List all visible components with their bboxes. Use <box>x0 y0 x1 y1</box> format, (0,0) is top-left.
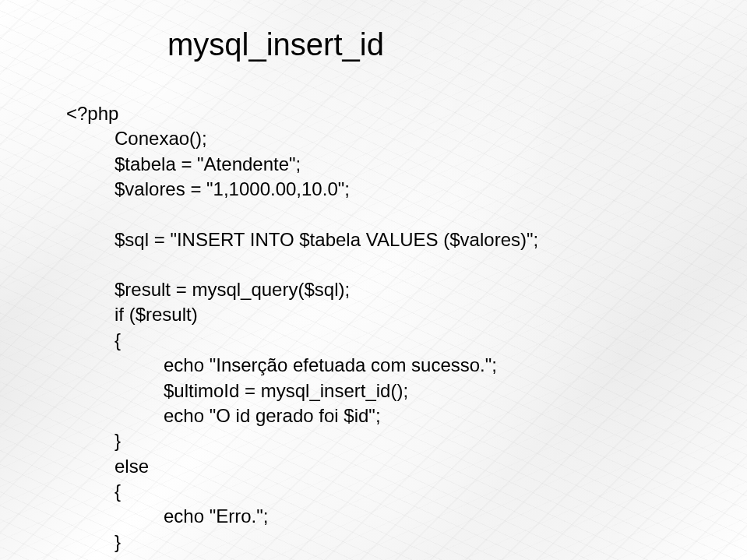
code-line: { <box>115 479 708 504</box>
code-line: if ($result) <box>115 302 708 327</box>
code-block: <?php Conexao(); $tabela = "Atendente"; … <box>66 101 708 560</box>
code-line: echo "Inserção efetuada com sucesso."; <box>164 353 708 378</box>
code-line: $sql = "INSERT INTO $tabela VALUES ($val… <box>115 227 708 252</box>
code-line: echo "Erro."; <box>164 504 708 529</box>
code-line: $valores = "1,1000.00,10.0"; <box>115 177 708 202</box>
code-line: <?php <box>66 101 708 126</box>
code-line: ?> <box>66 555 708 560</box>
code-line: } <box>115 428 708 453</box>
code-line: $result = mysql_query($sql); <box>115 277 708 302</box>
code-line: } <box>115 530 708 555</box>
code-line: else <box>115 454 708 479</box>
code-line: $tabela = "Atendente"; <box>115 152 708 177</box>
code-line: $ultimoId = mysql_insert_id(); <box>164 379 708 403</box>
code-line: echo "O id gerado foi $id"; <box>164 403 708 428</box>
slide-content: mysql_insert_id <?php Conexao(); $tabela… <box>0 0 747 560</box>
code-line: Conexao(); <box>115 126 708 151</box>
slide-title: mysql_insert_id <box>167 27 708 62</box>
code-line: { <box>115 328 708 353</box>
